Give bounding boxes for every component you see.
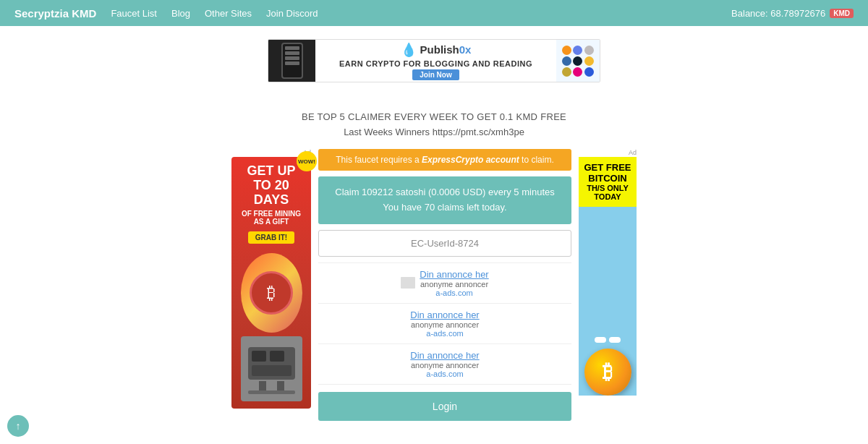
drop-icon: 💧 (401, 42, 417, 58)
ad-slot-1-link[interactable]: Din annonce her (420, 269, 488, 280)
left-ad-headline: GET UP TO 20 DAYS (237, 164, 305, 207)
clouds (595, 337, 621, 343)
publish0x-logo: Publish0x (420, 43, 472, 56)
winners-text: Last Weeks Winners https://pmt.sc/xmh3pe (0, 127, 868, 137)
claim-line2: You have 70 claims left today. (327, 200, 563, 215)
right-ad: Ad GET FREE BITCOIN TH/S ONLY TODAY ₿ (579, 149, 637, 421)
phone-line (285, 61, 299, 65)
nav-faucet-list[interactable]: Faucet List (111, 8, 157, 19)
promo-text: BE TOP 5 CLAIMER EVERY WEEK TO GET 0.1 K… (0, 90, 868, 127)
notice-box: This faucet requires a ExpressCrypto acc… (318, 149, 571, 171)
right-ad-label: Ad (579, 149, 637, 156)
header-right: Balance: 68.78972676 KMD (731, 8, 854, 19)
ad-slot-1-content: Din annonce her anonyme annoncer a-ads.c… (420, 269, 488, 297)
miner-image: ₿ (241, 253, 302, 333)
ad-slot-1-sub1: anonyme annoncer (420, 280, 488, 289)
header: Secryptzia KMD Faucet List Blog Other Si… (0, 0, 868, 26)
notice-suffix: to claim. (519, 155, 554, 165)
svg-rect-6 (248, 390, 295, 394)
right-ad-get-free: GET FREE (584, 163, 631, 173)
grab-it-button[interactable]: GRAB IT! (248, 231, 294, 244)
left-ad-box[interactable]: WOW! GET UP TO 20 DAYS OF FREE MINING AS… (231, 157, 311, 409)
crypto-grid (562, 46, 595, 77)
miner-svg (244, 340, 299, 398)
ad-slot-2-link[interactable]: Din annonce her (410, 309, 479, 320)
ad-slot-3: Din annonce her anonyme annoncer a-ads.c… (318, 344, 571, 385)
kmd-badge: KMD (830, 9, 854, 18)
banner-left-image (268, 39, 315, 82)
scroll-to-top-button[interactable]: ↑ (7, 415, 29, 437)
ltc-icon (584, 46, 594, 55)
banner-tagline: EARN CRYPTO FOR BLOGGING AND READING (339, 59, 532, 68)
right-ad-top: GET FREE BITCOIN TH/S ONLY TODAY (579, 157, 637, 207)
cloud-2 (609, 337, 621, 343)
brand-name: Secryptzia KMD (14, 7, 96, 20)
bitcoin-coin: ₿ (584, 349, 631, 396)
ad-slot-1-sub2: a-ads.com (420, 289, 488, 297)
svg-rect-2 (270, 351, 284, 362)
ad-slot-1: Din annonce her anonyme annoncer a-ads.c… (318, 263, 571, 304)
cloud-1 (595, 337, 606, 343)
banner-logo-row: 💧 Publish0x (401, 42, 472, 58)
ad-slot-2-sub2: a-ads.com (426, 329, 463, 338)
eth-icon (573, 46, 582, 55)
svg-rect-1 (252, 351, 266, 362)
svg-rect-3 (252, 365, 292, 376)
winners-label: Last Weeks Winners https://pmt.sc/xmh3pe (344, 127, 524, 137)
header-left: Secryptzia KMD Faucet List Blog Other Si… (14, 7, 318, 20)
right-ad-bottom: ₿ (579, 207, 637, 396)
doge-icon (562, 67, 571, 77)
ad-slot-1-image (401, 277, 415, 289)
claim-box: Claim 109212 satoshi (0.0006 USD) every … (318, 176, 571, 224)
right-ad-bitcoin: BITCOIN (588, 173, 626, 184)
banner-right-image (556, 39, 600, 82)
login-button[interactable]: Login (318, 392, 571, 421)
right-ad-box[interactable]: GET FREE BITCOIN TH/S ONLY TODAY ₿ (579, 157, 637, 396)
banner-join-button[interactable]: Join Now (412, 69, 459, 80)
btc-icon (562, 46, 571, 55)
phone-mockup (281, 43, 303, 79)
phone-line (285, 46, 299, 50)
ads-section: Din annonce her anonyme annoncer a-ads.c… (318, 262, 571, 385)
nav-blog[interactable]: Blog (171, 8, 190, 19)
ad-slot-1-inner: Din annonce her anonyme annoncer a-ads.c… (401, 269, 488, 297)
miner-bottom-image (241, 336, 302, 401)
right-ad-this-only-today: TH/S ONLY TODAY (583, 184, 632, 201)
dot-icon (573, 67, 582, 77)
notice-prefix: This faucet requires a (336, 155, 422, 165)
nav-other-sites[interactable]: Other Sites (205, 8, 252, 19)
left-ad-subtext: OF FREE MINING AS A GIFT (237, 210, 305, 226)
svg-rect-5 (277, 381, 284, 392)
ad-slot-3-link[interactable]: Din annonce her (410, 350, 479, 361)
wow-badge: WOW! (297, 151, 317, 171)
bnb-icon (584, 56, 594, 66)
left-ad: Ad WOW! GET UP TO 20 DAYS OF FREE MINING… (231, 149, 311, 421)
banner-area: 💧 Publish0x EARN CRYPTO FOR BLOGGING AND… (0, 26, 868, 90)
ad-slot-3-sub1: anonyme annoncer (411, 361, 479, 370)
notice-link[interactable]: ExpressCrypto account (422, 155, 519, 165)
banner-content: 💧 Publish0x EARN CRYPTO FOR BLOGGING AND… (315, 39, 556, 82)
userid-box[interactable]: EC-UserId-8724 (318, 230, 571, 257)
ad-slot-3-sub2: a-ads.com (426, 370, 463, 378)
main-content: Ad WOW! GET UP TO 20 DAYS OF FREE MINING… (0, 149, 868, 421)
ad-slot-2-sub1: anonyme annoncer (411, 320, 479, 329)
nav-join-discord[interactable]: Join Discord (266, 8, 318, 19)
claim-line1: Claim 109212 satoshi (0.0006 USD) every … (327, 185, 563, 200)
svg-rect-4 (259, 381, 266, 392)
phone-line (285, 56, 299, 60)
ad-slot-2: Din annonce her anonyme annoncer a-ads.c… (318, 304, 571, 344)
ada-icon (573, 56, 582, 66)
balance-label: Balance: 68.78972676 (731, 8, 825, 19)
banner-box: 💧 Publish0x EARN CRYPTO FOR BLOGGING AND… (268, 39, 600, 82)
link-icon (584, 67, 594, 77)
faucet-center: This faucet requires a ExpressCrypto acc… (318, 149, 571, 421)
phone-line (285, 51, 299, 55)
bitcoin-circle: ₿ (250, 271, 293, 315)
xrp-icon (562, 56, 571, 66)
